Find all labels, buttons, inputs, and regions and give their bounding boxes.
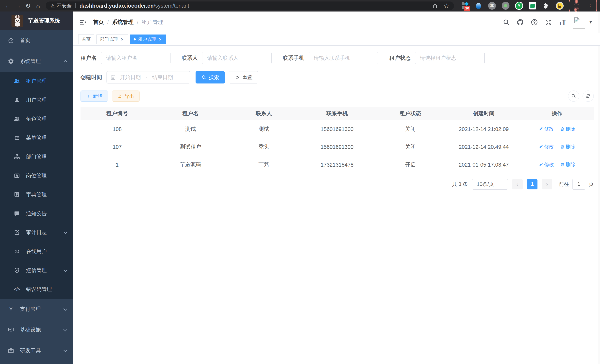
extension-recorder-button[interactable]	[501, 1, 510, 10]
extension-shortcuts-button[interactable]: ⌘	[488, 1, 496, 10]
cell-created: 2021-12-14 20:49:44	[447, 138, 520, 156]
star-icon: ☆	[443, 2, 449, 9]
prev-page-button[interactable]: ‹	[512, 179, 523, 189]
delete-link[interactable]: 删除	[560, 161, 575, 168]
extension-tabs-button[interactable]: 10	[461, 1, 469, 10]
collapse-sidebar-button[interactable]	[79, 18, 88, 27]
browser-forward-button[interactable]: →	[13, 1, 23, 10]
font-size-button[interactable]: TT	[559, 19, 566, 26]
sidebar-item-home[interactable]: 首页	[0, 30, 73, 51]
breadcrumb-system[interactable]: 系统管理	[112, 19, 134, 26]
date-range-separator: -	[146, 75, 147, 80]
goto-page-input[interactable]	[572, 179, 585, 190]
close-tab-icon[interactable]: ×	[120, 37, 124, 42]
extension-balloon-button[interactable]	[474, 1, 483, 10]
sidebar-item-audit-log[interactable]: 审计日志	[0, 223, 73, 242]
app-title: 芋道管理系统	[28, 17, 60, 25]
contact-name-input[interactable]	[207, 55, 270, 61]
browser-home-button[interactable]: ⌂	[33, 1, 43, 10]
browser-menu-icon[interactable]: ⋮	[588, 3, 593, 9]
tab-home[interactable]: 首页	[78, 35, 94, 44]
help-button[interactable]	[531, 19, 538, 26]
col-mobile: 联系手机	[300, 107, 374, 120]
sidebar-item-sms[interactable]: 短信管理	[0, 261, 73, 280]
browser-address-bar[interactable]: ⚠ 不安全 dashboard.yudao.iocoder.cn/system/…	[46, 1, 454, 10]
github-link-button[interactable]	[516, 19, 524, 26]
tab-label: 租户管理	[138, 36, 156, 42]
trash-icon	[560, 127, 564, 131]
sidebar-item-system[interactable]: 系统管理	[0, 51, 73, 72]
sidebar-item-online-user[interactable]: 在线用户	[0, 242, 73, 261]
browser-back-button[interactable]: ←	[3, 1, 13, 10]
breadcrumb-current: 租户管理	[142, 19, 163, 26]
back-icon: ←	[5, 2, 11, 9]
cell-actions: 修改 删除	[520, 138, 594, 156]
next-page-button[interactable]: ›	[542, 179, 552, 189]
edit-link[interactable]: 修改	[539, 161, 554, 168]
delete-link[interactable]: 删除	[560, 126, 575, 132]
cell-tenant-id: 108	[81, 120, 154, 138]
sidebar-item-user[interactable]: 用户管理	[0, 91, 73, 110]
user-avatar[interactable]	[573, 16, 585, 28]
tenant-name-label: 租户名	[81, 54, 97, 62]
extensions-menu-button[interactable]	[542, 1, 551, 10]
cell-mobile: 17321315478	[300, 156, 374, 174]
sidebar-item-dev-tools[interactable]: 研发工具	[0, 340, 73, 361]
page-scrollbar[interactable]	[598, 11, 600, 364]
export-button[interactable]: 导出	[112, 91, 140, 102]
contact-name-label: 联系人	[182, 54, 198, 62]
page-number-1[interactable]: 1	[527, 179, 537, 189]
sidebar-item-infra[interactable]: 基础设施	[0, 319, 73, 340]
header-search-button[interactable]	[503, 19, 510, 26]
refresh-table-button[interactable]	[582, 91, 594, 102]
page-size-select[interactable]: 10条/页	[472, 179, 508, 190]
reset-button[interactable]: 重置	[229, 71, 258, 84]
pagination-total: 共 3 条	[452, 181, 468, 187]
edit-link-label: 修改	[544, 126, 554, 132]
cell-status: 关闭	[374, 120, 447, 138]
sidebar-item-label: 部门管理	[26, 153, 47, 160]
tenant-name-input[interactable]	[106, 55, 169, 61]
sidebar-logo[interactable]: 芋道管理系统	[0, 11, 73, 30]
contact-mobile-input[interactable]	[313, 55, 376, 61]
breadcrumb-home[interactable]: 首页	[93, 19, 104, 26]
sidebar-item-post[interactable]: 岗位管理	[0, 166, 73, 185]
table-toolbar: 新增 导出	[81, 91, 594, 102]
extension-y-button[interactable]: Y	[515, 1, 523, 10]
create-time-range-picker[interactable]: 开始日期 - 结束日期	[106, 71, 190, 84]
share-icon	[432, 3, 438, 9]
edit-link[interactable]: 修改	[539, 144, 554, 150]
text-size-small-icon: T	[559, 21, 562, 26]
close-tab-icon[interactable]: ×	[158, 37, 162, 42]
avatar-caret-icon[interactable]: ▼	[589, 20, 593, 25]
browser-reload-button[interactable]: ↻	[23, 1, 33, 10]
tab-tenant[interactable]: 租户管理 ×	[130, 35, 166, 44]
sidebar-item-tenant[interactable]: 租户管理	[0, 72, 73, 91]
sidebar-item-dict[interactable]: 字典管理	[0, 185, 73, 204]
browser-profile-button[interactable]	[555, 1, 564, 10]
toggle-search-button[interactable]	[568, 91, 579, 102]
start-date-placeholder: 开始日期	[120, 74, 141, 81]
fullscreen-button[interactable]	[545, 19, 552, 26]
delete-link[interactable]: 删除	[560, 144, 575, 150]
sidebar-item-role[interactable]: 角色管理	[0, 110, 73, 128]
search-button[interactable]: 搜索	[196, 71, 225, 84]
command-icon: ⌘	[490, 3, 494, 9]
share-button[interactable]	[432, 3, 438, 9]
sidebar-item-error-code[interactable]: </> 错误码管理	[0, 280, 73, 299]
puzzle-icon	[543, 2, 550, 9]
add-button[interactable]: 新增	[81, 91, 108, 102]
edit-square-icon	[13, 229, 20, 236]
tenant-status-select[interactable]: 请选择租户状态	[415, 52, 485, 64]
extension-chat-button[interactable]	[528, 1, 537, 10]
bookmark-button[interactable]: ☆	[443, 2, 449, 9]
sidebar-item-menu[interactable]: 菜单管理	[0, 128, 73, 147]
cell-status: 开启	[374, 156, 447, 174]
sidebar-item-notice[interactable]: 通知公告	[0, 204, 73, 223]
sidebar-item-label: 菜单管理	[26, 134, 47, 141]
tab-dept[interactable]: 部门管理 ×	[96, 35, 128, 44]
sidebar-item-label: 租户管理	[26, 78, 47, 84]
edit-link[interactable]: 修改	[539, 126, 554, 132]
sidebar-item-dept[interactable]: 部门管理	[0, 147, 73, 166]
sidebar-item-payment[interactable]: ¥ 支付管理	[0, 299, 73, 319]
